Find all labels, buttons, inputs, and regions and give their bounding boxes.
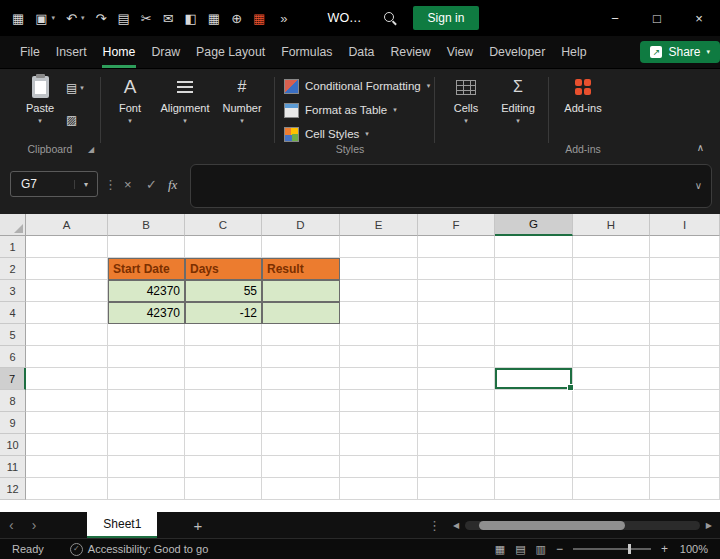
zoom-level[interactable]: 100% [678, 543, 708, 555]
paste-button[interactable]: Paste ▾ [18, 75, 62, 125]
cancel-icon[interactable]: × [124, 177, 132, 192]
cell-I10[interactable] [650, 434, 720, 456]
cell-F8[interactable] [418, 390, 495, 412]
row-header-1[interactable]: 1 [0, 236, 26, 258]
cell-G8[interactable] [495, 390, 573, 412]
cell-E4[interactable] [340, 302, 418, 324]
next-sheet-icon[interactable]: › [23, 517, 46, 533]
cell-D10[interactable] [262, 434, 340, 456]
formula-input[interactable] [190, 164, 712, 208]
scroll-right-icon[interactable]: ▶ [706, 521, 712, 530]
column-header-C[interactable]: C [185, 214, 262, 236]
cell-C11[interactable] [185, 456, 262, 478]
cell-F6[interactable] [418, 346, 495, 368]
row-header-6[interactable]: 6 [0, 346, 26, 368]
cell-D12[interactable] [262, 478, 340, 500]
column-header-I[interactable]: I [650, 214, 720, 236]
cell-A11[interactable] [26, 456, 108, 478]
cell-G4[interactable] [495, 302, 573, 324]
row-header-5[interactable]: 5 [0, 324, 26, 346]
mail-icon[interactable]: ✉ [163, 12, 174, 25]
cell-D8[interactable] [262, 390, 340, 412]
scrollbar-track[interactable] [465, 521, 700, 530]
cell-B10[interactable] [108, 434, 185, 456]
cell-B12[interactable] [108, 478, 185, 500]
cell-D2[interactable]: Result [262, 258, 340, 280]
page-layout-view-icon[interactable]: ▤ [515, 543, 525, 556]
share-button[interactable]: ↗ Share ▾ [640, 41, 720, 63]
column-header-E[interactable]: E [340, 214, 418, 236]
enter-check-icon[interactable]: ✓ [146, 177, 157, 192]
select-all-corner[interactable] [0, 214, 26, 236]
scroll-left-icon[interactable]: ◀ [453, 521, 459, 530]
redo-icon[interactable]: ↷ [96, 12, 107, 25]
insert-function-icon[interactable]: fx [168, 177, 177, 193]
cell-C6[interactable] [185, 346, 262, 368]
cell-H12[interactable] [573, 478, 650, 500]
cell-F7[interactable] [418, 368, 495, 390]
zoom-in-icon[interactable]: + [661, 542, 668, 556]
table-icon[interactable]: ▦ [208, 12, 220, 25]
cell-F1[interactable] [418, 236, 495, 258]
cell-I3[interactable] [650, 280, 720, 302]
cell-E1[interactable] [340, 236, 418, 258]
cell-G12[interactable] [495, 478, 573, 500]
cell-G10[interactable] [495, 434, 573, 456]
cell-E9[interactable] [340, 412, 418, 434]
cell-I11[interactable] [650, 456, 720, 478]
cell-A10[interactable] [26, 434, 108, 456]
column-header-A[interactable]: A [26, 214, 108, 236]
cell-F5[interactable] [418, 324, 495, 346]
cell-D1[interactable] [262, 236, 340, 258]
row-header-10[interactable]: 10 [0, 434, 26, 456]
tab-formulas[interactable]: Formulas [273, 36, 340, 68]
cell-E11[interactable] [340, 456, 418, 478]
cell-A3[interactable] [26, 280, 108, 302]
cell-C12[interactable] [185, 478, 262, 500]
maximize-button[interactable]: □ [636, 0, 678, 36]
column-header-G[interactable]: G [495, 214, 573, 236]
cell-F2[interactable] [418, 258, 495, 280]
tab-draw[interactable]: Draw [143, 36, 188, 68]
cell-D7[interactable] [262, 368, 340, 390]
cell-C9[interactable] [185, 412, 262, 434]
tab-home[interactable]: Home [95, 36, 144, 68]
cell-E10[interactable] [340, 434, 418, 456]
cell-D6[interactable] [262, 346, 340, 368]
cell-B7[interactable] [108, 368, 185, 390]
sheet-tab-sheet1[interactable]: Sheet1 [87, 512, 157, 538]
tab-review[interactable]: Review [382, 36, 438, 68]
tab-data[interactable]: Data [340, 36, 382, 68]
cell-G1[interactable] [495, 236, 573, 258]
cell-A1[interactable] [26, 236, 108, 258]
dropdown-caret-icon[interactable]: ▾ [74, 180, 97, 189]
cell-D4[interactable] [262, 302, 340, 324]
cell-H3[interactable] [573, 280, 650, 302]
cell-H8[interactable] [573, 390, 650, 412]
cell-H10[interactable] [573, 434, 650, 456]
cell-D11[interactable] [262, 456, 340, 478]
scrollbar-options-icon[interactable]: ⋮ [428, 518, 441, 533]
collapse-ribbon-icon[interactable]: ∧ [697, 142, 704, 153]
cell-H4[interactable] [573, 302, 650, 324]
editing-group-button[interactable]: Σ Editing ▾ [494, 75, 542, 125]
cell-G11[interactable] [495, 456, 573, 478]
row-header-12[interactable]: 12 [0, 478, 26, 500]
conditional-formatting-button[interactable]: Conditional Formatting ▾ [284, 76, 430, 96]
tab-developer[interactable]: Developer [481, 36, 553, 68]
cell-A4[interactable] [26, 302, 108, 324]
cell-C7[interactable] [185, 368, 262, 390]
cell-B2[interactable]: Start Date [108, 258, 185, 280]
formula-bar-options-icon[interactable]: ⋮ [104, 177, 117, 192]
scrollbar-thumb[interactable] [479, 521, 625, 530]
cell-styles-button[interactable]: Cell Styles ▾ [284, 124, 369, 144]
cell-F3[interactable] [418, 280, 495, 302]
column-header-H[interactable]: H [573, 214, 650, 236]
search-icon[interactable] [384, 12, 397, 25]
cell-B8[interactable] [108, 390, 185, 412]
cell-G3[interactable] [495, 280, 573, 302]
cell-A9[interactable] [26, 412, 108, 434]
accessibility-status[interactable]: ✓ Accessibility: Good to go [70, 543, 208, 556]
cell-G2[interactable] [495, 258, 573, 280]
dialog-launcher-icon[interactable]: ◢ [88, 145, 94, 154]
